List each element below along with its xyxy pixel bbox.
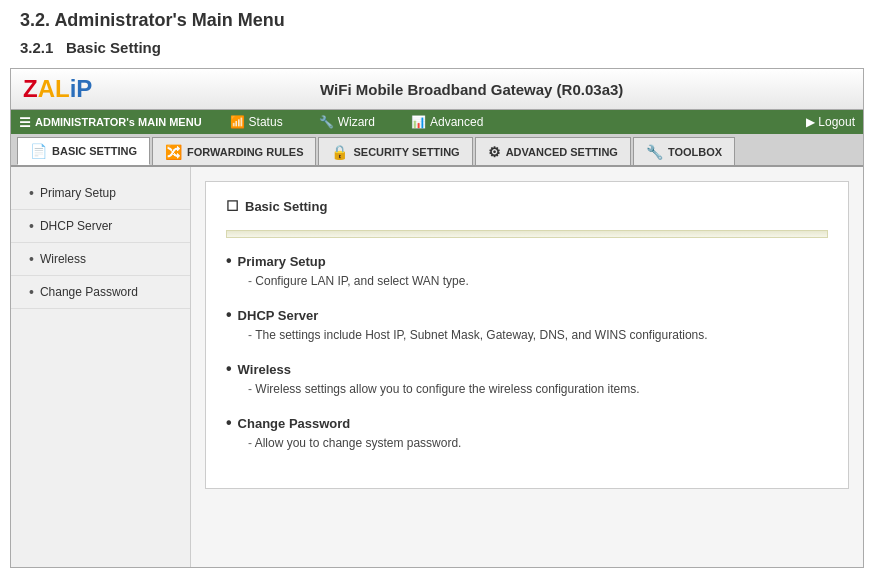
nav-status[interactable]: 📶 Status bbox=[222, 113, 291, 131]
basic-setting-icon: 📄 bbox=[30, 143, 47, 159]
forwarding-rules-icon: 🔀 bbox=[165, 144, 182, 160]
content-box-header: Basic Setting bbox=[226, 198, 828, 220]
sidebar-item-primary-setup[interactable]: Primary Setup bbox=[11, 177, 190, 210]
app-title: WiFi Mobile Broadband Gateway (R0.03a3) bbox=[92, 81, 851, 98]
sidebar-item-change-password[interactable]: Change Password bbox=[11, 276, 190, 309]
content-box: Basic Setting Primary Setup Configure LA… bbox=[205, 181, 849, 489]
setting-desc-change-password: Allow you to change system password. bbox=[226, 436, 828, 450]
nav-advanced[interactable]: 📊 Advanced bbox=[403, 113, 491, 131]
sidebar-item-dhcp-server[interactable]: DHCP Server bbox=[11, 210, 190, 243]
logo: ZALiP bbox=[23, 75, 92, 103]
wizard-icon: 🔧 bbox=[319, 115, 334, 129]
tab-bar: 📄 BASIC SETTING 🔀 FORWARDING RULES 🔒 SEC… bbox=[11, 134, 863, 167]
setting-item-change-password: Change Password Allow you to change syst… bbox=[226, 414, 828, 450]
setting-desc-primary-setup: Configure LAN IP, and select WAN type. bbox=[226, 274, 828, 288]
setting-item-wireless: Wireless Wireless settings allow you to … bbox=[226, 360, 828, 396]
doc-header: 3.2. Administrator's Main Menu 3.2.1 Bas… bbox=[0, 0, 874, 68]
logo-p: iP bbox=[70, 75, 93, 102]
status-icon: 📶 bbox=[230, 115, 245, 129]
tab-advanced-setting[interactable]: ⚙ ADVANCED SETTING bbox=[475, 137, 631, 165]
main-content: Primary Setup DHCP Server Wireless Chang… bbox=[11, 167, 863, 567]
app-frame: ZALiP WiFi Mobile Broadband Gateway (R0.… bbox=[10, 68, 864, 568]
content-pane: Basic Setting Primary Setup Configure LA… bbox=[191, 167, 863, 567]
tab-forwarding-rules[interactable]: 🔀 FORWARDING RULES bbox=[152, 137, 317, 165]
logo-ali: AL bbox=[38, 75, 70, 102]
nav-bar: ADMINISTRATOR's MAIN MENU 📶 Status 🔧 Wiz… bbox=[11, 110, 863, 134]
main-menu-label: ADMINISTRATOR's MAIN MENU bbox=[19, 115, 202, 130]
tab-basic-setting[interactable]: 📄 BASIC SETTING bbox=[17, 137, 150, 165]
setting-desc-dhcp-server: The settings include Host IP, Subnet Mas… bbox=[226, 328, 828, 342]
advanced-icon: 📊 bbox=[411, 115, 426, 129]
setting-title-dhcp-server: DHCP Server bbox=[226, 306, 828, 324]
content-divider bbox=[226, 230, 828, 238]
subsection-heading: 3.2.1 Basic Setting bbox=[20, 39, 854, 56]
setting-item-dhcp-server: DHCP Server The settings include Host IP… bbox=[226, 306, 828, 342]
advanced-setting-icon: ⚙ bbox=[488, 144, 501, 160]
setting-title-change-password: Change Password bbox=[226, 414, 828, 432]
tab-security-setting[interactable]: 🔒 SECURITY SETTING bbox=[318, 137, 472, 165]
setting-title-primary-setup: Primary Setup bbox=[226, 252, 828, 270]
nav-wizard[interactable]: 🔧 Wizard bbox=[311, 113, 383, 131]
nav-logout[interactable]: Logout bbox=[806, 115, 855, 129]
setting-item-primary-setup: Primary Setup Configure LAN IP, and sele… bbox=[226, 252, 828, 288]
sidebar-item-wireless[interactable]: Wireless bbox=[11, 243, 190, 276]
logo-bar: ZALiP WiFi Mobile Broadband Gateway (R0.… bbox=[11, 69, 863, 110]
logo-z: Z bbox=[23, 75, 38, 102]
section-heading: 3.2. Administrator's Main Menu bbox=[20, 10, 854, 31]
toolbox-icon: 🔧 bbox=[646, 144, 663, 160]
setting-desc-wireless: Wireless settings allow you to configure… bbox=[226, 382, 828, 396]
setting-title-wireless: Wireless bbox=[226, 360, 828, 378]
tab-toolbox[interactable]: 🔧 TOOLBOX bbox=[633, 137, 735, 165]
sidebar: Primary Setup DHCP Server Wireless Chang… bbox=[11, 167, 191, 567]
security-setting-icon: 🔒 bbox=[331, 144, 348, 160]
